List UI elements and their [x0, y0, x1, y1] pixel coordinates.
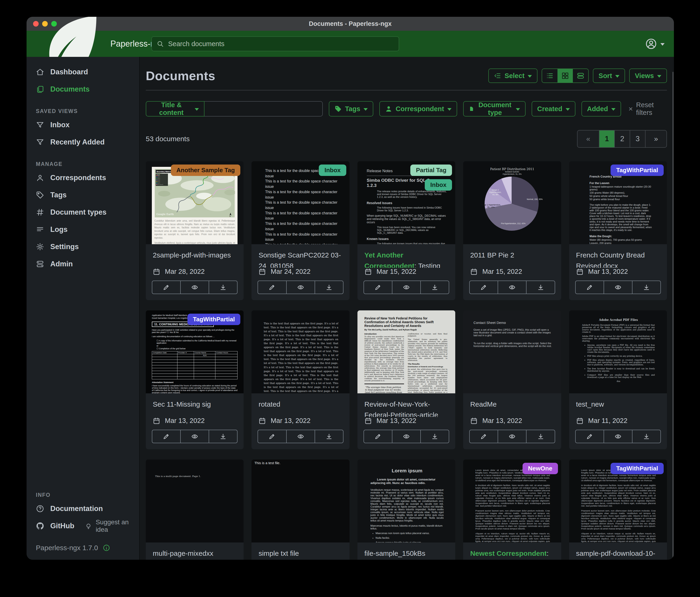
edit-button[interactable] — [469, 281, 498, 294]
document-card[interactable]: Review of New York Federal Petitions for… — [357, 310, 455, 449]
download-button[interactable] — [526, 430, 555, 443]
view-button[interactable] — [392, 281, 421, 294]
view-mode-grid-button[interactable] — [557, 69, 573, 82]
document-card[interactable]: Release NotesSimba ODBC Driver for SQL S… — [357, 161, 455, 300]
document-title[interactable]: sample-pdf-download-10-mb-longer-title — [576, 548, 660, 560]
document-title[interactable]: French Country Bread Revised.docx — [576, 250, 660, 268]
sidebar-item-inbox[interactable]: Inbox — [27, 116, 139, 134]
document-title[interactable]: 2sample-pdf-with-images — [153, 250, 236, 261]
sidebar-item-dashboard[interactable]: Dashboard — [27, 63, 139, 80]
select-button[interactable]: Select — [488, 69, 538, 83]
edit-button[interactable] — [575, 281, 604, 294]
edit-button[interactable] — [152, 281, 181, 294]
document-thumbnail[interactable]: Release NotesSimba ODBC Driver for SQL S… — [357, 161, 455, 244]
tag-badge[interactable]: Inbox — [425, 179, 452, 191]
previous-page-button[interactable]: « — [577, 130, 599, 147]
sidebar-item-settings[interactable]: Settings — [27, 238, 139, 255]
edit-button[interactable] — [575, 430, 604, 443]
document-title[interactable]: test_new — [576, 399, 660, 410]
document-card[interactable]: Patient BP Distribution 2011 Isolated Sy… — [463, 161, 561, 300]
sidebar-item-logs[interactable]: Logs — [27, 221, 139, 238]
global-search[interactable] — [151, 37, 399, 51]
view-button[interactable] — [180, 281, 209, 294]
edit-button[interactable] — [152, 430, 181, 443]
document-card[interactable]: Application for Medical Staff MembersGoo… — [146, 310, 244, 449]
sidebar-item-recently-added[interactable]: Recently Added — [27, 134, 139, 151]
document-thumbnail[interactable]: Lorem ipsum dolor sit amet, consectetur … — [463, 459, 561, 543]
download-button[interactable] — [209, 281, 238, 294]
info-circle-icon[interactable] — [103, 544, 110, 552]
document-title[interactable]: Sec 11-Missing sig — [153, 399, 236, 410]
tag-badge[interactable]: TagWithPartial — [610, 165, 664, 176]
edit-button[interactable] — [469, 430, 498, 443]
document-card[interactable]: Boundary Waters Trip Legend Day 1Day 2Da… — [146, 161, 244, 300]
document-thumbnail[interactable]: This is a test for the double space char… — [251, 161, 349, 244]
document-card[interactable]: This is a multi page document. Page 1.mu… — [146, 459, 244, 560]
document-card[interactable]: Lorem ipsumLorem ipsum dolor sit amet, c… — [357, 459, 455, 560]
view-mode-list-button[interactable] — [542, 69, 557, 82]
document-thumbnail[interactable]: Patient BP Distribution 2011 Isolated Sy… — [463, 161, 561, 244]
sidebar-item-documentation[interactable]: Documentation — [27, 500, 139, 517]
view-button[interactable] — [604, 281, 632, 294]
suggest-idea-link[interactable]: Suggest an idea — [85, 519, 139, 533]
download-button[interactable] — [632, 281, 661, 294]
sort-button[interactable]: Sort — [593, 69, 625, 83]
document-card[interactable]: Lorem ipsum dolor sit amet, consectetur … — [569, 459, 667, 560]
document-thumbnail[interactable]: Lorem ipsum dolor sit amet, consectetur … — [569, 459, 667, 543]
sidebar-item-documents[interactable]: Documents — [27, 80, 139, 98]
views-button[interactable]: Views — [629, 69, 667, 83]
document-title[interactable]: multi-page-mixedxx — [153, 548, 236, 559]
tag-badge[interactable]: TagWithPartial — [188, 314, 241, 325]
user-menu[interactable] — [645, 38, 665, 50]
document-title[interactable]: 2011 BP Pie 2 — [470, 250, 554, 261]
filter-document-type-button[interactable]: Document type — [463, 101, 526, 117]
page-button-3[interactable]: 3 — [630, 130, 645, 147]
tag-badge[interactable]: Partial Tag — [410, 165, 452, 176]
view-mode-cards-button[interactable] — [573, 69, 588, 82]
view-button[interactable] — [392, 430, 421, 443]
document-card[interactable]: Adobe Acrobat PDF FilesAdobe® Portable D… — [569, 310, 667, 449]
document-card[interactable]: French Country BreadFor the Leaven1 heap… — [569, 161, 667, 300]
sidebar-item-github[interactable]: GitHub — [27, 517, 74, 534]
edit-button[interactable] — [257, 430, 286, 443]
view-button[interactable] — [286, 281, 315, 294]
correspondent-link[interactable]: Yet Another Correspondent — [365, 251, 415, 268]
document-thumbnail[interactable]: This is a test file. — [251, 459, 349, 543]
reset-filters-button[interactable]: × Reset filters — [628, 101, 667, 117]
correspondent-link[interactable]: Newest Correspondent — [470, 549, 547, 557]
next-page-button[interactable]: » — [645, 130, 667, 147]
tag-badge[interactable]: TagWithPartial — [610, 463, 664, 474]
document-thumbnail[interactable]: Contact Sheet DemoGiven a set of image f… — [463, 310, 561, 393]
document-card[interactable]: This is the text that appears on the fir… — [251, 310, 349, 449]
view-button[interactable] — [180, 430, 209, 443]
title-content-filter-input[interactable] — [204, 101, 323, 117]
filter-added-button[interactable]: Added — [581, 101, 621, 117]
document-thumbnail[interactable]: Review of New York Federal Petitions for… — [357, 310, 455, 393]
filter-tags-button[interactable]: Tags — [329, 101, 374, 117]
filter-created-button[interactable]: Created — [532, 101, 575, 117]
document-card[interactable]: Contact Sheet DemoGiven a set of image f… — [463, 310, 561, 449]
tag-badge[interactable]: Inbox — [319, 165, 346, 176]
view-button[interactable] — [286, 430, 315, 443]
title-content-filter-button[interactable]: Title & content — [146, 101, 204, 117]
filter-correspondent-button[interactable]: Correspondent — [379, 101, 457, 117]
download-button[interactable] — [632, 430, 661, 443]
view-button[interactable] — [604, 430, 632, 443]
download-button[interactable] — [209, 430, 238, 443]
download-button[interactable] — [526, 281, 555, 294]
document-thumbnail[interactable]: This is the text that appears on the fir… — [251, 310, 349, 393]
view-button[interactable] — [498, 430, 526, 443]
sidebar-item-admin[interactable]: Admin — [27, 255, 139, 272]
document-title[interactable]: Yet Another Correspondent: Testing Email — [365, 250, 448, 268]
document-title[interactable]: rotated — [258, 399, 342, 410]
tag-badge[interactable]: Another Sample Tag — [171, 165, 241, 176]
document-thumbnail[interactable]: Application for Medical Staff MembersGoo… — [146, 310, 244, 393]
view-button[interactable] — [498, 281, 526, 294]
document-title[interactable]: Sonstige ScanPC2022 03-24_081058 — [258, 250, 342, 268]
download-button[interactable] — [420, 281, 449, 294]
download-button[interactable] — [315, 281, 344, 294]
document-thumbnail[interactable]: Adobe Acrobat PDF FilesAdobe® Portable D… — [569, 310, 667, 393]
sidebar-item-tags[interactable]: Tags — [27, 186, 139, 204]
document-thumbnail[interactable]: Lorem ipsumLorem ipsum dolor sit amet, c… — [357, 459, 455, 543]
search-input[interactable] — [168, 40, 394, 48]
